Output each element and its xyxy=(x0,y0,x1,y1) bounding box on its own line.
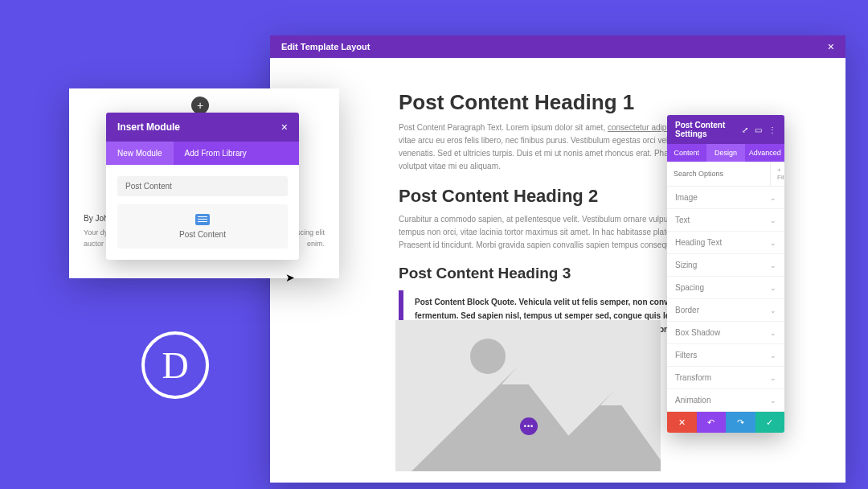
tab-add-from-library[interactable]: Add From Library xyxy=(174,142,258,165)
close-icon[interactable]: × xyxy=(281,121,288,134)
post-content-settings-panel: Post Content Settings ⤢ ▭ ⋮ Content Desi… xyxy=(667,115,784,433)
settings-row-text[interactable]: Text⌄ xyxy=(667,209,784,232)
settings-title: Post Content Settings xyxy=(675,121,742,138)
image-placeholder xyxy=(395,320,661,471)
close-icon[interactable]: × xyxy=(828,40,834,53)
settings-row-animation[interactable]: Animation⌄ xyxy=(667,389,784,412)
chevron-down-icon: ⌄ xyxy=(770,239,776,247)
chevron-down-icon: ⌄ xyxy=(770,216,776,224)
tab-design[interactable]: Design xyxy=(706,144,746,162)
menu-icon[interactable]: ⋮ xyxy=(768,125,776,134)
insert-module-modal: Insert Module × New Module Add From Libr… xyxy=(106,113,299,260)
module-item-label: Post Content xyxy=(117,230,288,239)
chevron-down-icon: ⌄ xyxy=(770,397,776,405)
settings-row-image[interactable]: Image⌄ xyxy=(667,187,784,209)
filter-button[interactable]: + Filter xyxy=(770,162,784,186)
redo-button[interactable]: ↷ xyxy=(726,412,755,433)
chevron-down-icon: ⌄ xyxy=(770,284,776,292)
settings-row-spacing[interactable]: Spacing⌄ xyxy=(667,277,784,299)
settings-tabs: Content Design Advanced xyxy=(667,144,784,162)
settings-row-transform[interactable]: Transform⌄ xyxy=(667,367,784,389)
settings-row-sizing[interactable]: Sizing⌄ xyxy=(667,254,784,277)
chevron-down-icon: ⌄ xyxy=(770,351,776,360)
cancel-button[interactable]: ✕ xyxy=(667,412,697,433)
settings-footer: ✕ ↶ ↷ ✓ xyxy=(667,412,784,433)
mountain-icon xyxy=(395,320,661,471)
post-content-icon xyxy=(195,214,210,225)
divi-logo: D xyxy=(141,331,209,399)
insert-module-header: Insert Module × xyxy=(106,113,299,142)
chevron-down-icon: ⌄ xyxy=(770,374,776,382)
settings-search-row: + Filter xyxy=(667,162,784,187)
cursor-icon: ➤ xyxy=(285,271,295,284)
insert-module-tabs: New Module Add From Library xyxy=(106,142,299,165)
undo-button[interactable]: ↶ xyxy=(697,412,727,433)
tab-new-module[interactable]: New Module xyxy=(106,142,174,165)
save-button[interactable]: ✓ xyxy=(755,412,785,433)
insert-module-title: Insert Module xyxy=(117,121,180,133)
edit-template-header: Edit Template Layout × xyxy=(270,35,845,58)
module-menu-button[interactable]: ••• xyxy=(520,417,538,435)
post-heading-1: Post Content Heading 1 xyxy=(399,90,717,115)
settings-search-input[interactable] xyxy=(667,162,770,186)
settings-row-border[interactable]: Border⌄ xyxy=(667,299,784,322)
chevron-down-icon: ⌄ xyxy=(770,194,776,202)
chevron-down-icon: ⌄ xyxy=(770,261,776,269)
divi-logo-letter: D xyxy=(162,344,188,387)
edit-template-title: Edit Template Layout xyxy=(281,42,370,51)
settings-row-box-shadow[interactable]: Box Shadow⌄ xyxy=(667,322,784,344)
module-search-input[interactable] xyxy=(117,176,288,196)
add-module-button[interactable]: + xyxy=(191,97,209,114)
expand-icon[interactable]: ⤢ xyxy=(742,125,748,134)
tab-content[interactable]: Content xyxy=(667,144,706,162)
module-item-post-content[interactable]: Post Content xyxy=(117,204,288,249)
svg-point-1 xyxy=(470,339,506,374)
settings-row-filters[interactable]: Filters⌄ xyxy=(667,344,784,367)
settings-header: Post Content Settings ⤢ ▭ ⋮ xyxy=(667,115,784,144)
settings-row-heading-text[interactable]: Heading Text⌄ xyxy=(667,232,784,254)
snap-icon[interactable]: ▭ xyxy=(755,125,762,134)
tab-advanced[interactable]: Advanced xyxy=(745,144,784,162)
chevron-down-icon: ⌄ xyxy=(770,306,776,314)
chevron-down-icon: ⌄ xyxy=(770,329,776,337)
insert-module-body: Post Content xyxy=(106,165,299,260)
